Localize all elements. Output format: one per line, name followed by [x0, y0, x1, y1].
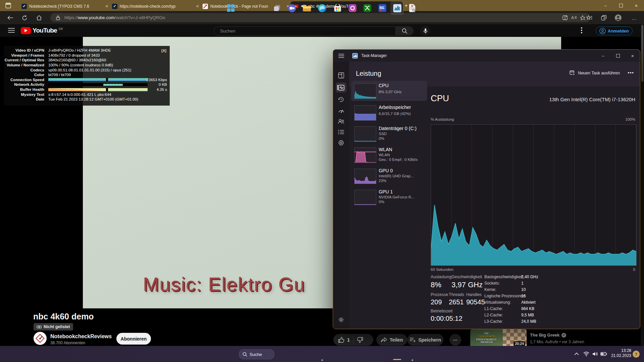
more-actions-button[interactable]: ⋯: [449, 334, 461, 346]
browser-menu-icon[interactable]: …: [630, 13, 639, 22]
stat-value: 209: [431, 298, 442, 306]
tab-title: Notebookcheck - Page not Foun: [210, 4, 268, 9]
sidebar-item-settings[interactable]: [336, 315, 346, 325]
favorites-icon[interactable]: [585, 13, 594, 22]
search-input[interactable]: Suchen: [214, 26, 414, 36]
lock-icon[interactable]: [54, 13, 62, 22]
collections-icon[interactable]: [599, 13, 608, 22]
tm-minimize-button[interactable]: –: [596, 50, 610, 61]
split-screen-icon[interactable]: [561, 13, 570, 22]
detail-value: 9,5 MB: [521, 313, 534, 317]
read-aloud-icon[interactable]: A: [570, 13, 578, 22]
browser-minimize-button[interactable]: –: [598, 0, 613, 11]
browser-tab[interactable]: ✓ https://notebook-check.com/typ ×: [109, 1, 203, 11]
detail-label: L3-Cache:: [484, 319, 503, 324]
channel-name[interactable]: NotebookcheckReviews: [50, 334, 112, 340]
battery-icon[interactable]: [599, 350, 608, 358]
task-view-button[interactable]: [270, 1, 284, 15]
verified-badge-icon: ✓: [561, 333, 566, 338]
y-axis-label: % Auslastung: [431, 117, 454, 121]
file-explorer-icon[interactable]: [300, 1, 314, 15]
tab-close-icon[interactable]: ×: [195, 4, 200, 9]
metric-disk[interactable]: Datenträger 0 (C:) SSD 0%: [351, 124, 427, 144]
subscribe-button[interactable]: Abonnieren: [116, 333, 151, 345]
tab-actions-icon[interactable]: [5, 3, 11, 8]
tm-close-button[interactable]: ×: [625, 50, 640, 61]
stats-row: Colorbt709 / bt709: [4, 72, 170, 77]
stat-label: Prozesse: [431, 292, 448, 297]
be-app-icon[interactable]: BE: [376, 1, 389, 15]
tm-maximize-button[interactable]: [610, 50, 625, 61]
tm-hamburger-icon[interactable]: [338, 54, 344, 58]
stat-value: 3,97 GHz: [451, 281, 483, 289]
sidebar-item-performance[interactable]: [336, 82, 346, 93]
stats-row: Current / Optimal Res3840x2160@60 / 3840…: [4, 58, 170, 63]
active-app-indicator: [393, 359, 401, 360]
metric-gpu1[interactable]: GPU 1 NVIDIA GeForce R... 0%: [351, 187, 427, 207]
task-manager-taskbar-icon[interactable]: [390, 1, 404, 15]
microsoft-store-icon[interactable]: [331, 1, 344, 15]
task-manager-sidebar: [333, 62, 349, 329]
suggested-video-title[interactable]: The Big Greek ✓: [530, 333, 566, 338]
thumbs-down-icon[interactable]: [357, 337, 363, 343]
browser-close-button[interactable]: ×: [629, 0, 644, 11]
signin-button[interactable]: Anmelden: [596, 26, 633, 35]
tab-close-icon[interactable]: ×: [104, 4, 109, 9]
metric-gpu0[interactable]: GPU 0 Intel(R) UHD Grap... 23%: [351, 166, 427, 186]
voice-search-button[interactable]: [420, 26, 430, 36]
channel-avatar[interactable]: ✓: [34, 332, 47, 345]
suggested-video-thumbnail[interactable]: DIE GOLDENEN ERÖFFNUNGS- REGELN 20:24: [470, 329, 527, 347]
sidebar-item-startup-apps[interactable]: [336, 106, 346, 116]
browser-tab[interactable]: ✓ Notebookcheck [TYPO3 CMS 7.6 ×: [19, 1, 112, 11]
run-new-task-button[interactable]: Neuen Task ausführen: [570, 70, 620, 76]
start-button[interactable]: [224, 1, 237, 15]
stats-row: Video ID / sCPNJ-x8HPyQROo / HZFH 4MAM 3…: [4, 48, 170, 53]
xbox-app-icon[interactable]: [361, 1, 374, 15]
metric-memory[interactable]: Arbeitsspeicher 6,6/15,7 GB (42%): [351, 103, 427, 123]
windows-logo-icon: [227, 4, 235, 12]
task-manager-titlebar[interactable]: Task-Manager – ×: [333, 50, 640, 62]
wifi-icon[interactable]: [582, 350, 591, 358]
volume-icon[interactable]: [591, 350, 599, 358]
edge-browser-icon[interactable]: [315, 1, 329, 15]
browser-maximize-button[interactable]: [613, 0, 629, 11]
refresh-icon[interactable]: [20, 13, 29, 22]
youtube-logo[interactable]: YouTube DE: [21, 27, 63, 34]
search-button[interactable]: [395, 26, 413, 36]
share-button[interactable]: Teilen: [376, 334, 407, 346]
document-viewer-app-icon[interactable]: [406, 1, 419, 15]
detail-label: Virtualisierung:: [484, 300, 511, 305]
svg-text:A: A: [571, 15, 574, 20]
profile-avatar[interactable]: [614, 13, 623, 22]
save-button[interactable]: Speichern: [407, 334, 443, 346]
masthead-menu-icon[interactable]: [581, 27, 582, 34]
detail-value: Aktiviert: [521, 300, 536, 305]
notification-count-badge[interactable]: 7: [633, 351, 640, 358]
selection-accent-bar: [337, 85, 338, 90]
home-icon[interactable]: [35, 13, 43, 22]
chat-app-icon[interactable]: [285, 1, 299, 15]
metric-wlan[interactable]: WLAN WLAN Ges.: 0 Empf.: 0 KBit/s: [351, 145, 427, 165]
metric-cpu[interactable]: CPU 8% 3,97 GHz: [351, 81, 427, 101]
x-axis-right: 0: [633, 267, 635, 272]
back-icon[interactable]: [6, 13, 15, 22]
guide-hamburger-icon[interactable]: [8, 28, 15, 33]
sidebar-item-processes[interactable]: [336, 70, 346, 80]
scrollbar-thumb[interactable]: [641, 25, 643, 82]
sidebar-item-details[interactable]: [336, 127, 346, 137]
url-text: https://www.youtube.com/watch?v=J-x8HPyQ…: [64, 15, 165, 20]
tm-more-options-button[interactable]: •••: [628, 70, 634, 75]
thumbs-up-icon[interactable]: [338, 337, 344, 343]
hidden-icons-chevron[interactable]: [572, 350, 581, 358]
sidebar-item-app-history[interactable]: [336, 95, 346, 105]
purple-gradient-app-icon[interactable]: [346, 1, 359, 15]
sidebar-item-services[interactable]: [336, 138, 346, 148]
stats-row: Viewport / Frames1408x792 / 0 dropped of…: [4, 53, 170, 58]
stat-label: Betriebszeit: [431, 309, 452, 313]
detail-value: 10: [521, 287, 526, 292]
taskbar-search[interactable]: Suche: [239, 349, 274, 359]
stats-for-nerds-panel: [X] Video ID / sCPNJ-x8HPyQROo / HZFH 4M…: [4, 46, 170, 106]
sidebar-item-users[interactable]: [336, 116, 346, 126]
video-duration-badge: 20:24: [514, 341, 525, 346]
taskbar-clock[interactable]: 13:28 21.02.2023: [610, 348, 631, 358]
